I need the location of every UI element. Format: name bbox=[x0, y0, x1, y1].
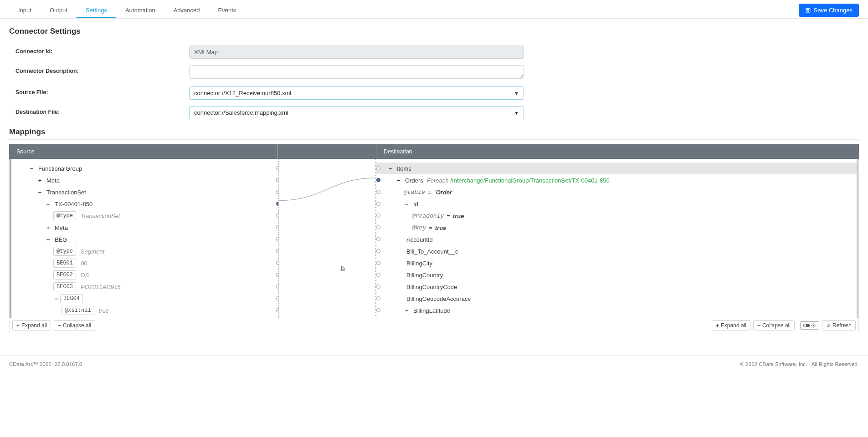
connector-settings-heading: Connector Settings bbox=[9, 27, 859, 36]
attribute-chip[interactable]: @xsi:nil bbox=[62, 306, 94, 315]
expand-icon[interactable]: + bbox=[37, 178, 43, 183]
refresh-icon bbox=[826, 323, 831, 328]
collapse-icon[interactable]: − bbox=[53, 296, 59, 302]
collapse-icon[interactable]: − bbox=[387, 166, 393, 172]
collapse-icon[interactable]: − bbox=[404, 201, 410, 207]
expand-all-source-button[interactable]: + Expand all bbox=[12, 320, 51, 330]
mappings-heading: Mappings bbox=[9, 127, 859, 137]
connection-port[interactable] bbox=[376, 225, 380, 229]
collapse-icon[interactable]: − bbox=[45, 237, 51, 243]
tabs-container: Input Output Settings Automation Advance… bbox=[9, 4, 245, 18]
attribute-chip[interactable]: BEG01 bbox=[53, 259, 76, 268]
connection-port[interactable] bbox=[376, 296, 380, 300]
tab-output[interactable]: Output bbox=[41, 4, 77, 18]
tree-row[interactable]: @table=`Order` bbox=[376, 186, 857, 198]
tree-label: Meta bbox=[55, 224, 68, 231]
tree-row[interactable]: +Meta bbox=[11, 222, 278, 234]
tree-row[interactable]: −FunctionalGroup bbox=[11, 163, 278, 174]
connector-id-label: Connector Id: bbox=[9, 46, 189, 55]
connection-port[interactable] bbox=[376, 190, 380, 194]
tab-input[interactable]: Input bbox=[9, 4, 41, 18]
tree-label: AccountId bbox=[406, 236, 433, 243]
refresh-button[interactable]: Refresh bbox=[822, 320, 856, 330]
tree-row[interactable]: Bill_To_Account__c bbox=[376, 245, 857, 257]
tab-events[interactable]: Events bbox=[209, 4, 246, 18]
tab-advanced[interactable]: Advanced bbox=[164, 4, 209, 18]
expand-all-dest-button[interactable]: + Expand all bbox=[712, 320, 750, 330]
gear-icon bbox=[811, 323, 816, 328]
tree-row[interactable]: BillingCity bbox=[376, 257, 857, 269]
attribute-name: @table bbox=[404, 189, 425, 196]
tree-label: Items bbox=[397, 165, 411, 172]
footer-version: CData Arc™ 2022- 22.0.8167.0 bbox=[9, 361, 82, 367]
destination-file-select[interactable]: connector://Salesforce:mapping.xml ▼ bbox=[189, 106, 524, 119]
attribute-chip[interactable]: BEG02 bbox=[53, 270, 76, 279]
destination-file-value: connector://Salesforce:mapping.xml bbox=[194, 109, 288, 116]
tree-row[interactable]: @readonly=true bbox=[376, 210, 857, 222]
attribute-name: @key bbox=[412, 224, 426, 231]
attribute-value: true bbox=[435, 224, 447, 231]
source-file-select[interactable]: connector://X12_Receive:our850.xml ▼ bbox=[189, 86, 524, 100]
connection-port[interactable] bbox=[376, 249, 380, 253]
attribute-chip[interactable]: @type bbox=[53, 247, 76, 256]
connection-port[interactable] bbox=[376, 213, 380, 218]
connection-port[interactable] bbox=[376, 237, 380, 241]
attribute-chip[interactable]: BEG04 bbox=[60, 294, 83, 303]
connection-port[interactable] bbox=[376, 285, 380, 289]
tree-row[interactable]: −Id bbox=[376, 198, 857, 210]
tree-row[interactable]: @key=true bbox=[376, 222, 857, 234]
tree-row[interactable]: @typeTransactionSet bbox=[11, 210, 278, 222]
toggle-view[interactable] bbox=[800, 321, 819, 330]
collapse-all-source-button[interactable]: − Collapse all bbox=[54, 320, 95, 330]
source-file-label: Source File: bbox=[9, 86, 189, 96]
tree-row[interactable]: @typeSegment bbox=[11, 245, 278, 257]
tree-label: BEG bbox=[55, 236, 67, 243]
collapse-icon[interactable]: − bbox=[404, 308, 410, 314]
foreach-label: Foreach bbox=[427, 177, 449, 184]
collapse-icon[interactable]: − bbox=[395, 178, 401, 183]
tree-row[interactable]: BillingCountry bbox=[376, 269, 857, 281]
expand-icon[interactable]: + bbox=[45, 225, 51, 231]
tree-row[interactable]: @xsi:niltrue bbox=[11, 305, 278, 316]
tree-label: Id bbox=[413, 201, 418, 208]
connection-port[interactable] bbox=[376, 308, 380, 312]
tree-row[interactable]: BEG03PO2311AD915 bbox=[11, 281, 278, 293]
collapse-icon[interactable]: − bbox=[37, 189, 43, 195]
foreach-path: /Interchange/FunctionalGroup/Transaction… bbox=[450, 177, 609, 184]
tree-row[interactable]: BillingGeocodeAccuracy bbox=[376, 293, 857, 305]
connection-port[interactable] bbox=[376, 178, 380, 182]
tree-row[interactable]: −TX-00401-850 bbox=[11, 198, 278, 210]
collapse-all-dest-button[interactable]: − Collapse all bbox=[753, 320, 795, 330]
tree-label: BillingCity bbox=[406, 260, 432, 267]
collapse-icon[interactable]: − bbox=[45, 201, 51, 207]
tree-label: FunctionalGroup bbox=[38, 165, 82, 172]
attribute-chip[interactable]: @type bbox=[53, 211, 76, 220]
collapse-icon[interactable]: − bbox=[29, 166, 35, 172]
connection-port[interactable] bbox=[376, 166, 380, 170]
tab-settings[interactable]: Settings bbox=[77, 4, 116, 18]
tree-row[interactable]: AccountId bbox=[376, 234, 857, 245]
tree-value: Segment bbox=[81, 248, 104, 255]
connection-port[interactable] bbox=[376, 202, 380, 206]
connection-port[interactable] bbox=[376, 261, 380, 265]
tab-automation[interactable]: Automation bbox=[116, 4, 164, 18]
toggle-icon bbox=[803, 323, 810, 328]
tree-row[interactable]: −Items bbox=[376, 163, 857, 174]
tree-row[interactable]: +Meta bbox=[11, 174, 278, 186]
attribute-chip[interactable]: BEG03 bbox=[53, 282, 76, 291]
tree-row[interactable]: −OrdersForeach/Interchange/FunctionalGro… bbox=[376, 174, 857, 186]
tree-label: BillingCountryCode bbox=[406, 284, 457, 290]
tree-row[interactable]: −BillingLatitude bbox=[376, 305, 857, 316]
tree-row[interactable]: BillingCountryCode bbox=[376, 281, 857, 293]
tree-row[interactable]: BEG02DS bbox=[11, 269, 278, 281]
connection-port[interactable] bbox=[376, 273, 380, 277]
tree-row[interactable]: BEG0100 bbox=[11, 257, 278, 269]
save-changes-button[interactable]: Save Changes bbox=[799, 4, 859, 17]
tree-row[interactable]: −TransactionSet bbox=[11, 186, 278, 198]
connector-description-input[interactable] bbox=[189, 65, 524, 79]
attribute-name: @readonly bbox=[412, 213, 444, 219]
tree-value: TransactionSet bbox=[81, 213, 120, 219]
tree-row[interactable]: −BEG bbox=[11, 234, 278, 245]
source-file-value: connector://X12_Receive:our850.xml bbox=[194, 90, 291, 97]
tree-row[interactable]: −BEG04 bbox=[11, 293, 278, 305]
